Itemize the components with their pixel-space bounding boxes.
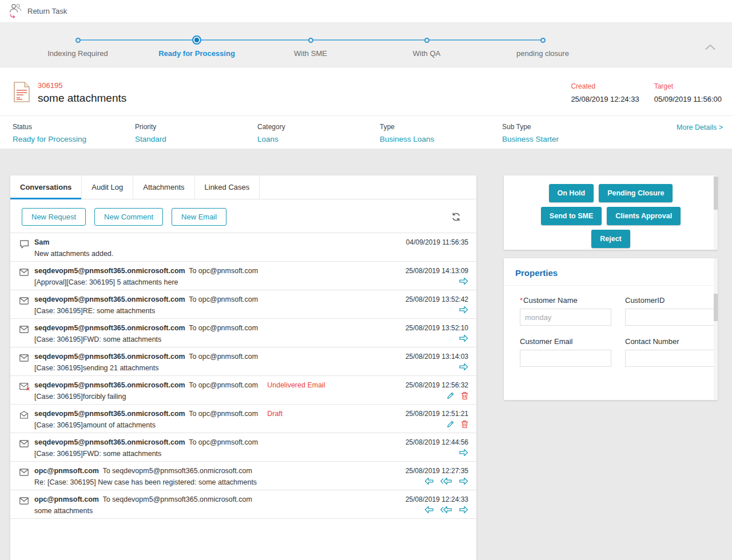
email-icon — [19, 353, 34, 372]
delete-icon[interactable] — [461, 391, 468, 401]
scrollbar[interactable] — [714, 175, 718, 250]
subject: [Approval][Case: 306195] 5 attachments h… — [34, 278, 380, 286]
sender: Sam — [34, 238, 49, 246]
timestamp: 25/08/2019 13:52:42 — [405, 295, 468, 303]
stepper-steps: Indexing RequiredReady for ProcessingWit… — [0, 23, 732, 67]
email-icon — [19, 467, 34, 486]
email-draft-icon — [19, 410, 34, 429]
actions-card: On HoldPending ClosureSend to SMEClients… — [504, 175, 718, 250]
property-customerid: CustomerID — [625, 296, 717, 326]
tabs: ConversationsAudit LogAttachmentsLinked … — [10, 175, 476, 199]
subject: [Case: 306195]forcibly failing — [34, 393, 380, 401]
conversation-row[interactable]: seqdevopm5@pnmsoft365.onmicrosoft.com To… — [10, 262, 476, 290]
tab-audit-log[interactable]: Audit Log — [82, 175, 133, 199]
more-details-link[interactable]: More Details > — [677, 123, 723, 131]
email-icon — [19, 324, 34, 343]
sender: seqdevopm5@pnmsoft365.onmicrosoft.com — [34, 295, 185, 303]
on-hold-button[interactable]: On Hold — [549, 184, 594, 202]
to-label: To — [189, 410, 196, 418]
recipient: opc@pnmsoft.com — [198, 324, 258, 332]
info-field-type: TypeBusiness Loans — [380, 123, 502, 138]
new-comment-button[interactable]: New Comment — [94, 208, 163, 226]
row-actions — [459, 363, 468, 372]
send-to-sme-button[interactable]: Send to SME — [541, 207, 602, 225]
conversation-row[interactable]: seqdevopm5@pnmsoft365.onmicrosoft.com To… — [10, 405, 476, 433]
return-task-icon — [8, 2, 23, 21]
recipient: opc@pnmsoft.com — [198, 295, 258, 303]
step-dot — [75, 34, 81, 46]
forward-icon[interactable] — [459, 363, 468, 372]
conversation-row[interactable]: seqdevopm5@pnmsoft365.onmicrosoft.com To… — [10, 376, 476, 405]
conversation-row[interactable]: seqdevopm5@pnmsoft365.onmicrosoft.com To… — [10, 290, 476, 319]
to-label: To — [189, 324, 196, 332]
scrollbar-thumb[interactable] — [714, 294, 718, 321]
tab-attachments[interactable]: Attachments — [133, 175, 194, 199]
email-status: Undelivered Email — [267, 381, 325, 389]
recipient: seqdevopm5@pnmsoft365.onmicrosoft.com — [112, 495, 252, 503]
refresh-icon[interactable] — [451, 209, 462, 225]
scrollbar[interactable] — [714, 258, 718, 400]
sender: seqdevopm5@pnmsoft365.onmicrosoft.com — [34, 353, 185, 361]
recipient: opc@pnmsoft.com — [198, 381, 258, 389]
edit-icon[interactable] — [447, 420, 455, 429]
contact-number-input[interactable] — [625, 350, 717, 367]
forward-icon[interactable] — [459, 506, 468, 515]
forward-icon[interactable] — [459, 477, 468, 486]
reply-icon[interactable] — [424, 506, 434, 515]
subject: New attachments added. — [34, 250, 380, 258]
customer-email-input[interactable] — [520, 350, 611, 367]
step-dot — [424, 34, 429, 46]
conversation-row[interactable]: opc@pnmsoft.com To seqdevopm5@pnmsoft365… — [10, 490, 476, 519]
step-dot — [308, 34, 313, 46]
sender: seqdevopm5@pnmsoft365.onmicrosoft.com — [34, 267, 185, 275]
forward-icon[interactable] — [459, 277, 468, 286]
customer-name-input[interactable] — [520, 309, 611, 326]
property-customer-name: *Customer Name — [520, 296, 611, 326]
reject-button[interactable]: Reject — [591, 230, 630, 248]
reply-all-icon[interactable] — [440, 506, 452, 515]
conversation-toolbar: New RequestNew CommentNew Email — [10, 199, 476, 233]
chevron-up-icon[interactable] — [705, 42, 716, 53]
email-failed-icon — [19, 381, 34, 401]
pending-closure-button[interactable]: Pending Closure — [599, 184, 673, 202]
subject: some attachments — [34, 507, 380, 515]
timestamp: 25/08/2019 12:51:21 — [405, 410, 468, 418]
forward-icon[interactable] — [459, 449, 468, 458]
recipient: opc@pnmsoft.com — [198, 438, 258, 446]
to-label: To — [102, 495, 110, 503]
customerid-input[interactable] — [625, 309, 717, 326]
subject: [Case: 306195]amount of attachments — [34, 421, 380, 429]
sender: seqdevopm5@pnmsoft365.onmicrosoft.com — [34, 324, 185, 332]
info-field-category: CategoryLoans — [257, 123, 380, 138]
return-task-button[interactable]: Return Task — [27, 7, 67, 15]
info-field-sub-type: Sub TypeBusiness Starter — [502, 123, 624, 138]
tab-linked-cases[interactable]: Linked Cases — [195, 175, 260, 199]
reply-icon[interactable] — [424, 477, 434, 486]
conversation-row[interactable]: Sam New attachments added.04/09/2019 11:… — [10, 233, 476, 262]
step-pending-closure: pending closure — [483, 34, 603, 58]
email-icon — [19, 267, 34, 286]
conversation-row[interactable]: opc@pnmsoft.com To seqdevopm5@pnmsoft365… — [10, 462, 476, 490]
step-ready-for-processing: Ready for Processing — [137, 34, 257, 58]
edit-icon[interactable] — [447, 391, 455, 401]
case-title: some attachments — [38, 92, 126, 105]
subject: [Case: 306195]FWD: some attachments — [34, 450, 380, 458]
scrollbar-thumb[interactable] — [714, 177, 718, 210]
conversation-row[interactable]: seqdevopm5@pnmsoft365.onmicrosoft.com To… — [10, 433, 476, 462]
recipient: opc@pnmsoft.com — [198, 410, 258, 418]
properties-fields: *Customer NameCustomerIDCustomer EmailCo… — [504, 286, 718, 367]
tab-conversations[interactable]: Conversations — [10, 175, 82, 199]
delete-icon[interactable] — [461, 420, 468, 429]
reply-all-icon[interactable] — [440, 477, 452, 486]
conversation-row[interactable]: seqdevopm5@pnmsoft365.onmicrosoft.com To… — [10, 319, 476, 347]
clients-approval-button[interactable]: Clients Approval — [607, 207, 681, 225]
sender: seqdevopm5@pnmsoft365.onmicrosoft.com — [34, 410, 185, 418]
to-label: To — [102, 467, 110, 475]
new-email-button[interactable]: New Email — [172, 208, 226, 226]
timestamp: 25/08/2019 14:13:09 — [405, 267, 468, 275]
conversation-row[interactable]: seqdevopm5@pnmsoft365.onmicrosoft.com To… — [10, 347, 476, 376]
forward-icon[interactable] — [459, 334, 468, 343]
forward-icon[interactable] — [459, 306, 468, 315]
new-request-button[interactable]: New Request — [22, 208, 86, 226]
row-actions — [447, 420, 468, 429]
